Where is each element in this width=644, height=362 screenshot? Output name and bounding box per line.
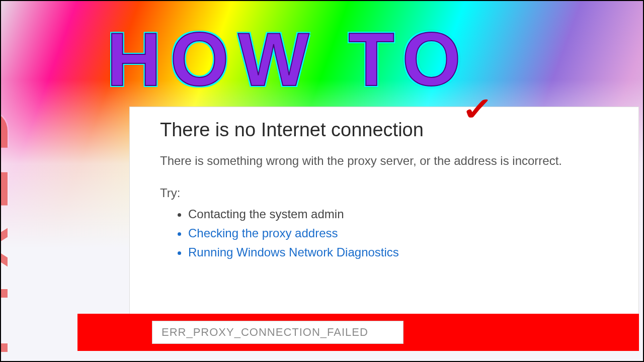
error-title: There is no Internet connection (160, 119, 618, 141)
suggestion-list: Contacting the system admin Checking the… (188, 207, 618, 259)
try-section: Try: Contacting the system admin Checkin… (160, 186, 618, 259)
browser-error-panel: There is no Internet connection There is… (129, 107, 639, 323)
suggestion-link-proxy[interactable]: Checking the proxy address (188, 226, 618, 240)
error-code-bar: ERR_PROXY_CONNECTION_FAILED (77, 314, 639, 351)
howto-title: HOW TO (107, 16, 470, 103)
fixed-stamp: FIXED (0, 91, 21, 356)
error-description: There is something wrong with the proxy … (160, 154, 618, 168)
checkmark-icon: ✓ (461, 90, 494, 128)
suggestion-item-admin: Contacting the system admin (188, 207, 618, 221)
error-code: ERR_PROXY_CONNECTION_FAILED (152, 321, 404, 344)
try-label: Try: (160, 186, 618, 200)
suggestion-link-diagnostics[interactable]: Running Windows Network Diagnostics (188, 245, 618, 259)
